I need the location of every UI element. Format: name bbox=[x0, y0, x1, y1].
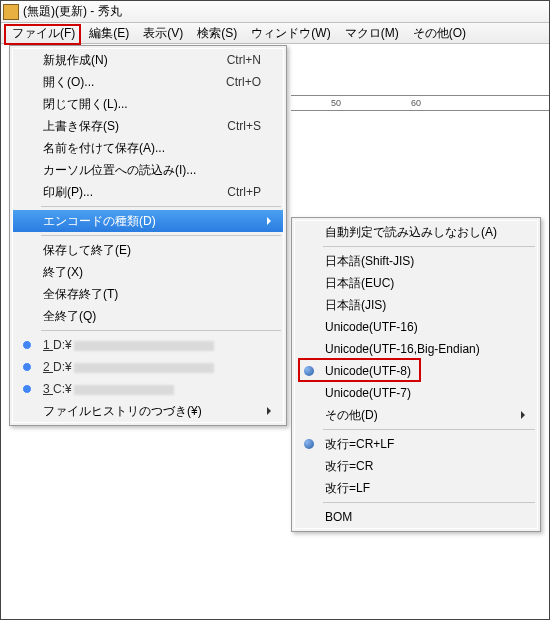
mi-label: Unicode(UTF-16) bbox=[325, 320, 418, 334]
mi-label: 開く(O)... bbox=[43, 74, 94, 91]
mru-drive: C:¥ bbox=[53, 382, 72, 396]
mi-label: 保存して終了(E) bbox=[43, 242, 131, 259]
mi-enc-utf16be[interactable]: Unicode(UTF-16,Big-Endian) bbox=[295, 338, 537, 360]
mru-index: 2 bbox=[43, 360, 53, 374]
chrome-icon bbox=[19, 381, 35, 397]
radio-selected-icon bbox=[304, 366, 314, 376]
app-icon bbox=[3, 4, 19, 20]
mi-cr[interactable]: 改行=CR bbox=[295, 455, 537, 477]
mi-label: 名前を付けて保存(A)... bbox=[43, 140, 165, 157]
mru-index: 1 bbox=[43, 338, 53, 352]
mi-open[interactable]: 開く(O)... Ctrl+O bbox=[13, 71, 283, 93]
mi-enc-other[interactable]: その他(D) bbox=[295, 404, 537, 426]
menu-view[interactable]: 表示(V) bbox=[136, 23, 190, 44]
separator bbox=[323, 502, 535, 503]
mi-save[interactable]: 上書き保存(S) Ctrl+S bbox=[13, 115, 283, 137]
menu-search[interactable]: 検索(S) bbox=[190, 23, 244, 44]
mi-enc-utf7[interactable]: Unicode(UTF-7) bbox=[295, 382, 537, 404]
mi-label: 全保存終了(T) bbox=[43, 286, 118, 303]
menu-other[interactable]: その他(O) bbox=[406, 23, 473, 44]
mi-mru-3[interactable]: 3 C:¥ bbox=[13, 378, 283, 400]
mi-label: 閉じて開く(L)... bbox=[43, 96, 128, 113]
mi-label: Unicode(UTF-8) bbox=[325, 364, 411, 378]
menu-encoding-dropdown: 自動判定で読み込みしなおし(A) 日本語(Shift-JIS) 日本語(EUC)… bbox=[291, 217, 541, 532]
mru-path-blur bbox=[74, 385, 174, 395]
separator bbox=[323, 246, 535, 247]
mi-bom[interactable]: BOM bbox=[295, 506, 537, 528]
mi-label: BOM bbox=[325, 510, 352, 524]
mi-label: 日本語(Shift-JIS) bbox=[325, 253, 414, 270]
mi-crlf[interactable]: 改行=CR+LF bbox=[295, 433, 537, 455]
mi-new[interactable]: 新規作成(N) Ctrl+N bbox=[13, 49, 283, 71]
mi-close-open[interactable]: 閉じて開く(L)... bbox=[13, 93, 283, 115]
mi-print[interactable]: 印刷(P)... Ctrl+P bbox=[13, 181, 283, 203]
mi-label: 新規作成(N) bbox=[43, 52, 108, 69]
mru-drive: D:¥ bbox=[53, 338, 72, 352]
mru-path-blur bbox=[74, 341, 214, 351]
mi-label: 改行=CR bbox=[325, 458, 373, 475]
mi-mru-1[interactable]: 1 D:¥ bbox=[13, 334, 283, 356]
separator bbox=[41, 206, 281, 207]
mi-load-cursor[interactable]: カーソル位置への読込み(I)... bbox=[13, 159, 283, 181]
mi-enc-jis[interactable]: 日本語(JIS) bbox=[295, 294, 537, 316]
menu-macro[interactable]: マクロ(M) bbox=[338, 23, 406, 44]
mi-label: Unicode(UTF-16,Big-Endian) bbox=[325, 342, 480, 356]
mi-label: 全終了(Q) bbox=[43, 308, 96, 325]
mi-enc-sjis[interactable]: 日本語(Shift-JIS) bbox=[295, 250, 537, 272]
menu-window[interactable]: ウィンドウ(W) bbox=[244, 23, 337, 44]
mi-enc-euc[interactable]: 日本語(EUC) bbox=[295, 272, 537, 294]
mi-enc-utf16[interactable]: Unicode(UTF-16) bbox=[295, 316, 537, 338]
titlebar: (無題)(更新) - 秀丸 bbox=[1, 1, 549, 23]
mi-label: 日本語(EUC) bbox=[325, 275, 394, 292]
mi-enc-utf8[interactable]: Unicode(UTF-8) bbox=[295, 360, 537, 382]
mi-mru-2[interactable]: 2 D:¥ bbox=[13, 356, 283, 378]
menu-file-dropdown: 新規作成(N) Ctrl+N 開く(O)... Ctrl+O 閉じて開く(L).… bbox=[9, 45, 287, 426]
mi-shortcut: Ctrl+N bbox=[207, 53, 261, 67]
mi-label: 自動判定で読み込みしなおし(A) bbox=[325, 224, 497, 241]
mi-label: 日本語(JIS) bbox=[325, 297, 386, 314]
mi-exit[interactable]: 終了(X) bbox=[13, 261, 283, 283]
mi-label: 改行=CR+LF bbox=[325, 436, 394, 453]
menu-edit[interactable]: 編集(E) bbox=[82, 23, 136, 44]
menu-file[interactable]: ファイル(F) bbox=[5, 23, 82, 44]
mi-save-all-exit[interactable]: 全保存終了(T) bbox=[13, 283, 283, 305]
mru-path-blur bbox=[74, 363, 214, 373]
mi-encoding[interactable]: エンコードの種類(D) bbox=[13, 210, 283, 232]
separator bbox=[323, 429, 535, 430]
separator bbox=[41, 235, 281, 236]
window-title: (無題)(更新) - 秀丸 bbox=[23, 3, 122, 20]
ruler-mark-60: 60 bbox=[411, 98, 421, 108]
chrome-icon bbox=[19, 337, 35, 353]
mru-index: 3 bbox=[43, 382, 53, 396]
mi-shortcut: Ctrl+P bbox=[207, 185, 261, 199]
mru-drive: D:¥ bbox=[53, 360, 72, 374]
mi-label: 終了(X) bbox=[43, 264, 83, 281]
mi-label: その他(D) bbox=[325, 407, 378, 424]
ruler: 50 60 bbox=[291, 95, 549, 111]
mi-shortcut: Ctrl+O bbox=[206, 75, 261, 89]
mi-enc-auto[interactable]: 自動判定で読み込みしなおし(A) bbox=[295, 221, 537, 243]
mi-exit-all[interactable]: 全終了(Q) bbox=[13, 305, 283, 327]
mi-label: エンコードの種類(D) bbox=[43, 213, 156, 230]
mi-shortcut: Ctrl+S bbox=[207, 119, 261, 133]
radio-selected-icon bbox=[304, 439, 314, 449]
mi-save-exit[interactable]: 保存して終了(E) bbox=[13, 239, 283, 261]
mi-label: 上書き保存(S) bbox=[43, 118, 119, 135]
mi-label: 改行=LF bbox=[325, 480, 370, 497]
mi-file-history[interactable]: ファイルヒストリのつづき(¥) bbox=[13, 400, 283, 422]
menubar: ファイル(F) 編集(E) 表示(V) 検索(S) ウィンドウ(W) マクロ(M… bbox=[1, 23, 549, 44]
mi-lf[interactable]: 改行=LF bbox=[295, 477, 537, 499]
mi-label: カーソル位置への読込み(I)... bbox=[43, 162, 196, 179]
chrome-icon bbox=[19, 359, 35, 375]
ruler-mark-50: 50 bbox=[331, 98, 341, 108]
mi-label: ファイルヒストリのつづき(¥) bbox=[43, 403, 202, 420]
mi-label: 印刷(P)... bbox=[43, 184, 93, 201]
separator bbox=[41, 330, 281, 331]
mi-save-as[interactable]: 名前を付けて保存(A)... bbox=[13, 137, 283, 159]
mi-label: Unicode(UTF-7) bbox=[325, 386, 411, 400]
